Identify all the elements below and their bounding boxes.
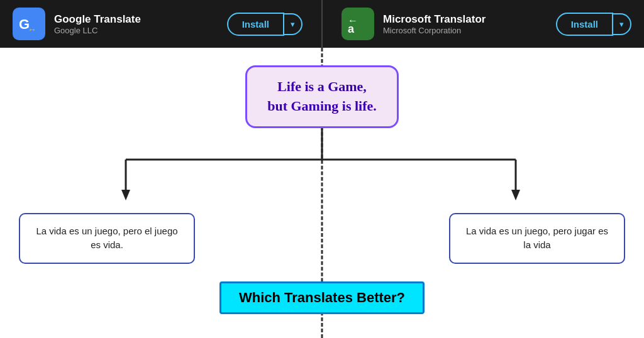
microsoft-install-button[interactable]: Install [556,13,613,36]
source-text: Life is a Game,but Gaming is life. [267,79,377,114]
svg-text:↔: ↔ [28,25,36,35]
svg-text:a: a [348,23,355,35]
microsoft-dropdown-icon: ▾ [619,19,624,29]
svg-marker-8 [121,190,130,200]
main-content: Life is a Game,but Gaming is life. La vi… [0,48,644,338]
microsoft-translator-info: Microsoft Translator Microsoft Corporati… [383,13,486,35]
left-translation-box: La vida es un juego, pero el juego es vi… [19,213,195,264]
google-install-button[interactable]: Install [227,13,284,36]
question-box: Which Translates Better? [219,281,425,314]
svg-marker-10 [511,190,520,200]
source-text-box: Life is a Game,but Gaming is life. [245,65,399,128]
translations-row: La vida es un juego, pero el juego es vi… [0,213,644,264]
left-translation-text: La vida es un juego, pero el juego es vi… [36,226,177,251]
top-bar: G ↔ Google Translate Google LLC Install … [0,0,644,48]
right-translation-box: La vida es un juego, pero jugar es la vi… [449,213,625,264]
google-translate-company: Google LLC [54,26,141,35]
google-dropdown-icon: ▾ [291,19,295,29]
connector-svg [0,128,644,210]
left-app-section: G ↔ Google Translate Google LLC Install … [13,8,303,40]
google-translate-info: Google Translate Google LLC [54,13,141,35]
right-app-section: ← a Microsoft Translator Microsoft Corpo… [341,8,631,40]
google-translate-icon: G ↔ [13,8,45,40]
google-install-group: Install ▾ [227,13,303,36]
question-text: Which Translates Better? [239,290,405,305]
google-translate-name: Google Translate [54,13,141,26]
google-install-dropdown[interactable]: ▾ [284,13,303,35]
top-bar-divider [321,0,323,48]
microsoft-translator-name: Microsoft Translator [383,13,486,26]
microsoft-translator-icon: ← a [341,8,374,40]
microsoft-translator-company: Microsoft Corporation [383,26,486,35]
right-translation-text: La vida es un juego, pero jugar es la vi… [466,226,608,251]
microsoft-install-group: Install ▾ [556,13,631,36]
microsoft-install-dropdown[interactable]: ▾ [613,13,631,35]
